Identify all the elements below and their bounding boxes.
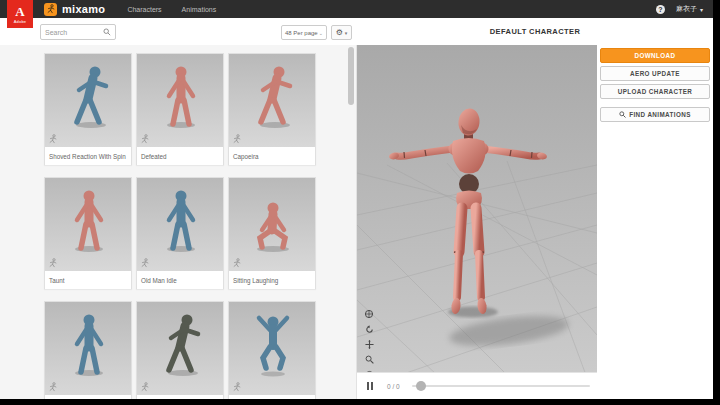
- character-figure: [59, 62, 119, 132]
- animation-list-panel: Shoved Reaction With Spin Defeated: [0, 45, 357, 399]
- find-animations-label: FIND ANIMATIONS: [629, 111, 691, 118]
- animation-name: Defeated: [137, 147, 223, 165]
- pause-button[interactable]: [367, 382, 373, 390]
- animation-thumbnail: [45, 178, 131, 271]
- gear-icon: ⚙: [336, 28, 343, 37]
- letterbox-bottom: [0, 399, 720, 405]
- default-character-model: [388, 107, 547, 314]
- animation-card[interactable]: Taunt: [44, 177, 132, 289]
- search-icon: [619, 111, 626, 118]
- animation-card[interactable]: Old Man Idle: [136, 177, 224, 289]
- animation-thumbnail: [229, 178, 315, 271]
- character-figure: [59, 186, 119, 256]
- animation-card[interactable]: Defeated: [136, 53, 224, 165]
- character-figure: [243, 186, 303, 256]
- topnav-right: ? 麻衣子 ▾: [656, 4, 703, 14]
- animation-thumbnail: [45, 302, 131, 395]
- download-button[interactable]: DOWNLOAD: [600, 48, 710, 63]
- animation-type-icon: [48, 382, 58, 392]
- upload-character-button[interactable]: UPLOAD CHARACTER: [600, 84, 710, 99]
- animation-card[interactable]: Capoeira: [228, 53, 316, 165]
- character-figure: [151, 62, 211, 132]
- frame-counter: 0 / 0: [387, 383, 400, 390]
- top-nav: A Adobe mixamo Characters Animations ? 麻…: [0, 0, 713, 18]
- animation-thumbnail: [137, 54, 223, 147]
- animation-name: Capoeira: [229, 147, 315, 165]
- timeline-track: [412, 385, 590, 387]
- character-figure: [59, 310, 119, 380]
- animation-card[interactable]: Sitting Laughing: [228, 177, 316, 289]
- user-menu[interactable]: 麻衣子 ▾: [676, 4, 703, 14]
- playback-bar: 0 / 0: [357, 372, 597, 399]
- character-preview: [357, 45, 597, 372]
- brand-name: mixamo: [62, 3, 105, 15]
- animation-thumbnail: [45, 54, 131, 147]
- viewport-3d[interactable]: [357, 45, 597, 372]
- character-figure: [151, 186, 211, 256]
- per-page-select[interactable]: 48 Per page ⌄: [281, 25, 327, 40]
- chevron-down-icon: ▾: [345, 30, 348, 36]
- adobe-wordmark: Adobe: [14, 19, 27, 24]
- animation-grid: Shoved Reaction With Spin Defeated: [44, 53, 317, 399]
- animation-type-icon: [48, 258, 58, 268]
- chevron-down-icon: ▾: [700, 6, 703, 13]
- find-animations-button[interactable]: FIND ANIMATIONS: [600, 107, 710, 122]
- wireframe-toggle-icon[interactable]: [363, 308, 375, 320]
- scrollbar-thumb[interactable]: [348, 47, 354, 105]
- animation-type-icon: [140, 382, 150, 392]
- character-figure: [243, 62, 303, 132]
- adobe-a-icon: A: [15, 5, 24, 18]
- animation-name: Old Man Idle: [137, 271, 223, 289]
- animation-thumbnail: [229, 302, 315, 395]
- tab-animations[interactable]: Animations: [182, 6, 217, 13]
- pan-icon[interactable]: [363, 338, 375, 350]
- search-box: [40, 24, 116, 40]
- mixamo-run-icon: [44, 3, 57, 16]
- timeline-handle[interactable]: [416, 381, 426, 391]
- orbit-reset-icon[interactable]: [363, 323, 375, 335]
- search-input[interactable]: [45, 29, 103, 36]
- animation-thumbnail: [137, 178, 223, 271]
- aero-update-button[interactable]: AERO UPDATE: [600, 66, 710, 81]
- search-icon: [103, 28, 111, 36]
- character-header: DEFAULT CHARACTER: [357, 18, 713, 45]
- animation-type-icon: [232, 382, 242, 392]
- animation-type-icon: [232, 134, 242, 144]
- adobe-logo[interactable]: A Adobe: [7, 0, 33, 28]
- user-name: 麻衣子: [676, 4, 697, 14]
- character-figure: [151, 310, 211, 380]
- animation-name: Sitting Laughing: [229, 271, 315, 289]
- timeline-slider[interactable]: [412, 381, 590, 391]
- mixamo-logo[interactable]: mixamo: [44, 3, 105, 16]
- animation-name: Taunt: [45, 271, 131, 289]
- viewport-toolbar: [363, 308, 375, 372]
- animation-name: Shoved Reaction With Spin: [45, 147, 131, 165]
- animation-thumbnail: [229, 54, 315, 147]
- list-toolbar: 48 Per page ⌄ ⚙ ▾: [0, 18, 357, 45]
- animation-card[interactable]: Dying: [136, 301, 224, 399]
- animation-type-icon: [48, 134, 58, 144]
- action-sidebar: DOWNLOAD AERO UPDATE UPLOAD CHARACTER FI…: [597, 45, 713, 399]
- animation-type-icon: [140, 258, 150, 268]
- help-icon[interactable]: ?: [656, 5, 665, 14]
- settings-button[interactable]: ⚙ ▾: [331, 25, 352, 40]
- main-nav: Characters Animations: [127, 6, 216, 13]
- page-title: DEFAULT CHARACTER: [490, 27, 580, 36]
- chevron-down-icon: ⌄: [319, 30, 323, 36]
- character-figure: [243, 310, 303, 380]
- toolbar-row: 48 Per page ⌄ ⚙ ▾ DEFAULT CHARACTER: [0, 18, 713, 45]
- animation-type-icon: [232, 258, 242, 268]
- animation-card[interactable]: Reaction: [44, 301, 132, 399]
- animation-type-icon: [140, 134, 150, 144]
- per-page-value: 48 Per page: [285, 30, 318, 36]
- animation-thumbnail: [137, 302, 223, 395]
- zoom-icon[interactable]: [363, 353, 375, 365]
- tab-characters[interactable]: Characters: [127, 6, 161, 13]
- mixamo-app: A Adobe mixamo Characters Animations ? 麻…: [0, 0, 713, 399]
- animation-card[interactable]: Jumping Down: [228, 301, 316, 399]
- letterbox-right: [713, 0, 720, 405]
- animation-card[interactable]: Shoved Reaction With Spin: [44, 53, 132, 165]
